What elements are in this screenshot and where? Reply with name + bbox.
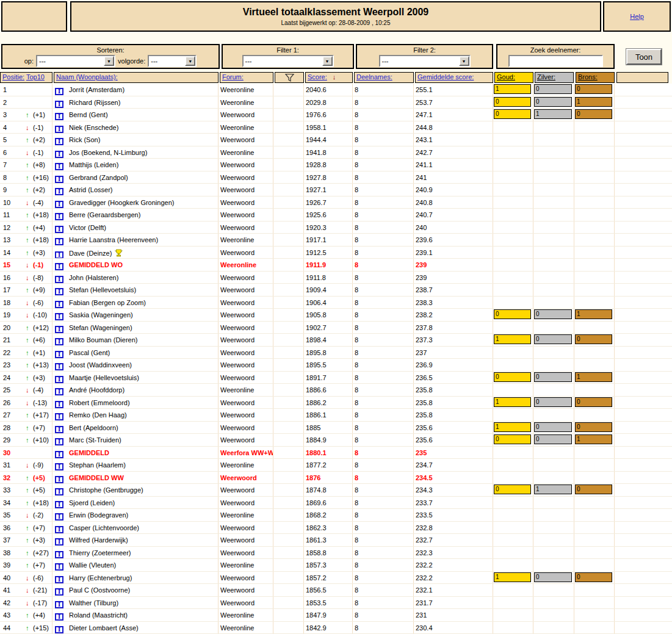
forum-sort-link[interactable]: Forum: [222,73,244,81]
brons-cell [574,534,615,546]
filter2-select[interactable]: --- [379,55,471,67]
funnel-icon[interactable] [284,73,295,82]
empty-cell [615,484,672,496]
profile-icon[interactable]: I [55,213,63,220]
profile-icon[interactable]: I [55,351,63,358]
help-link[interactable]: Help [630,13,644,20]
profile-icon[interactable]: I [55,601,63,608]
position-cell: 41 [0,584,24,596]
rank-change-arrow-icon: ↓ [26,124,33,131]
position-cell: 29 [0,434,24,446]
rank-change-arrow-icon: ↑ [26,186,33,193]
sort-order-select[interactable]: --- [148,55,197,67]
sort-direction-icon[interactable]: ↓ [333,73,336,81]
profile-icon[interactable]: I [55,388,63,395]
position-cell: 13 [0,234,24,246]
profile-icon[interactable]: I [55,338,63,345]
deelnames-cell: 8 [353,196,414,209]
zilver-sort-link[interactable]: Zilver: [537,73,555,81]
profile-icon[interactable]: I [55,463,63,470]
profile-icon[interactable]: I [55,626,63,633]
top10-change-cell: ↓(-9) [24,459,52,471]
profile-icon[interactable]: I [55,188,63,195]
forum-cell: Weeronline [219,259,273,271]
profile-icon[interactable]: I [55,288,63,295]
last-updated-text: Laatst bijgewerkt op: 28-08-2009 , 10:25 [71,18,600,26]
profile-icon[interactable]: I [55,126,63,133]
average-score-cell: 244.8 [414,121,493,134]
chevron-down-icon[interactable] [459,56,469,66]
profile-icon[interactable]: I [55,551,63,558]
deelnames-cell: 8 [353,109,414,121]
position-cell: 37 [0,534,24,546]
score-cell: 1958.1 [304,121,353,134]
profile-icon[interactable]: I [55,438,63,445]
brons-count-box: 0 [575,84,612,94]
profile-icon[interactable]: I [55,563,63,571]
profile-icon[interactable]: I [55,301,63,308]
position-cell: 22 [0,347,24,359]
profile-icon[interactable]: I [55,451,63,458]
goud-count-box: 1 [494,422,531,432]
profile-icon[interactable]: I [55,276,63,283]
profile-icon[interactable]: I [55,151,63,158]
deelnames-cell: 8 [353,84,414,96]
profile-icon[interactable]: I [55,88,63,95]
toon-button[interactable]: Toon [626,49,662,65]
brons-cell [574,509,615,521]
profile-icon[interactable]: I [55,513,63,521]
average-score-cell: 236.9 [414,359,493,371]
profile-icon[interactable]: I [55,101,63,108]
profile-icon[interactable]: I [55,113,63,120]
profile-icon[interactable]: I [55,201,63,208]
profile-icon[interactable]: I [55,251,63,259]
profile-icon[interactable]: I [55,226,63,233]
profile-icon[interactable]: I [55,526,63,533]
score-sort-link[interactable]: Score: [308,73,327,81]
zilver-cell: 0 [533,422,574,434]
profile-icon[interactable]: I [55,488,63,495]
profile-icon[interactable]: I [55,263,63,270]
profile-icon[interactable]: I [55,163,63,170]
profile-icon[interactable]: I [55,401,63,408]
rank-change-arrow-icon: ↑ [26,324,33,331]
profile-icon[interactable]: I [55,413,63,420]
goud-cell [493,359,533,371]
profile-icon[interactable]: I [55,376,63,383]
positie-sort-link[interactable]: Positie: [2,73,24,81]
profile-icon[interactable]: I [55,588,63,596]
profile-icon[interactable]: I [55,313,63,320]
rank-change-arrow-icon: ↑ [26,624,33,632]
profile-icon[interactable]: I [55,138,63,145]
chevron-down-icon[interactable] [185,56,195,66]
table-row: 23 ↑(+13) IJoost (Waddinxveen) Weerwoord… [0,359,672,372]
sort-field-select[interactable]: --- [36,55,115,67]
profile-icon[interactable]: I [55,476,63,483]
profile-icon[interactable]: I [55,426,63,433]
brons-sort-link[interactable]: Brons: [578,73,598,81]
profile-icon[interactable]: I [55,238,63,245]
profile-icon[interactable]: I [55,613,63,621]
search-input[interactable] [508,55,603,67]
rank-change-arrow-icon: ↓ [26,199,33,206]
naam-sort-link[interactable]: Naam (Woonplaats): [56,73,118,81]
chevron-down-icon[interactable] [322,56,333,66]
gemiddelde-sort-link[interactable]: Gemiddelde score: [417,73,474,81]
participant-name: Berre (Geraardsbergen) [69,211,140,218]
top10-change-cell: ↓(-4) [24,196,52,209]
chevron-down-icon[interactable] [104,56,114,66]
zilver-count-box: 0 [534,372,572,382]
spacer-cell [273,347,304,359]
filter1-select[interactable]: --- [242,55,334,67]
profile-icon[interactable]: I [55,176,63,183]
goud-sort-link[interactable]: Goud: [497,73,515,81]
top10-sort-link[interactable]: Top10 [26,73,45,81]
brons-cell [574,272,615,284]
deelnames-sort-link[interactable]: Deelnames: [356,73,392,81]
profile-icon[interactable]: I [55,326,63,333]
rank-change-arrow-icon: ↑ [26,499,33,506]
profile-icon[interactable]: I [55,538,63,546]
profile-icon[interactable]: I [55,576,63,583]
profile-icon[interactable]: I [55,363,63,370]
profile-icon[interactable]: I [55,501,63,508]
